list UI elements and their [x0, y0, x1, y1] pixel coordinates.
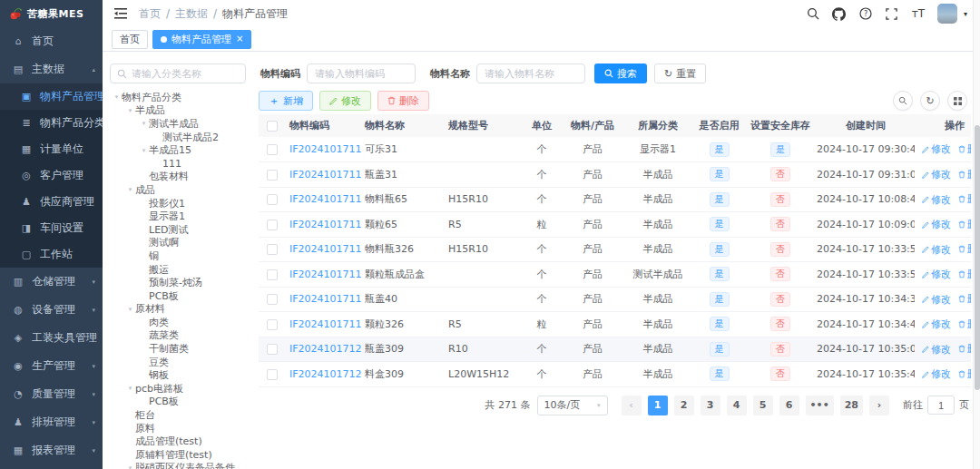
tree-node[interactable]: 钢板	[110, 368, 259, 382]
row-action-删除[interactable]: 删除	[958, 292, 971, 306]
row-checkbox[interactable]	[267, 170, 278, 181]
tree-node[interactable]: 投影仪1	[110, 197, 259, 210]
sidebar-item-车间设置[interactable]: ◨车间设置	[0, 215, 103, 241]
tree-node[interactable]: 豆类	[110, 356, 259, 369]
tree-node[interactable]: 原辅料管理(test)	[110, 448, 259, 462]
page-button[interactable]: 28	[840, 396, 863, 415]
tree-node[interactable]: ▾成品	[110, 183, 259, 197]
material-code-link[interactable]: IF20241017119	[289, 318, 361, 330]
edit-button[interactable]: 修改	[319, 91, 371, 111]
tab-active[interactable]: 物料产品管理×	[152, 30, 251, 49]
row-action-修改[interactable]: 修改	[922, 293, 951, 307]
sidebar-item-首页[interactable]: ⌂首页	[0, 27, 103, 55]
material-code-link[interactable]: IF20241017116	[289, 243, 361, 255]
goto-page-input[interactable]	[927, 396, 955, 415]
select-all-checkbox[interactable]	[267, 121, 278, 132]
tree-node[interactable]: ▾物料产品分类	[110, 91, 259, 104]
page-button[interactable]: 1	[648, 396, 668, 415]
row-action-删除[interactable]: 删除	[958, 367, 971, 381]
sidebar-item-供应商管理[interactable]: ♟供应商管理	[0, 189, 103, 215]
tree-node[interactable]: ▾原材料	[110, 303, 259, 317]
tree-node[interactable]: 成品管理(test)	[110, 435, 259, 448]
row-checkbox[interactable]	[267, 319, 278, 330]
sidebar-item-工装夹具管理[interactable]: ◈工装夹具管理▾	[0, 324, 103, 352]
sidebar-item-工作站[interactable]: ▢工作站	[0, 241, 103, 268]
sidebar-item-计量单位[interactable]: ▦计量单位	[0, 136, 103, 162]
enabled-badge[interactable]: 是	[710, 317, 730, 331]
material-code-input[interactable]	[307, 64, 416, 83]
row-checkbox[interactable]	[267, 269, 278, 280]
table-search-icon[interactable]	[893, 91, 913, 111]
row-action-删除[interactable]: 删除	[958, 342, 971, 356]
material-code-link[interactable]: IF20241017114	[289, 219, 361, 230]
row-action-修改[interactable]: 修改	[922, 218, 951, 231]
safe-stock-badge[interactable]: 否	[770, 242, 790, 257]
material-code-link[interactable]: IF20241017111	[289, 143, 361, 155]
tree-node[interactable]: LED测试	[110, 223, 259, 237]
safe-stock-badge[interactable]: 否	[770, 292, 790, 307]
sidebar-item-主数据[interactable]: ▤主数据▴	[0, 55, 103, 83]
tab-close-icon[interactable]: ×	[236, 34, 243, 44]
enabled-badge[interactable]: 是	[710, 292, 730, 307]
page-button[interactable]: 3	[701, 396, 720, 415]
sidebar-collapse-icon[interactable]	[113, 6, 128, 21]
sidebar-item-客户管理[interactable]: ◎客户管理	[0, 162, 103, 189]
tree-node[interactable]: 蔬菜类	[110, 329, 259, 343]
tree-node[interactable]: ▾脱硝西区仪表备品备件	[110, 462, 259, 469]
row-action-修改[interactable]: 修改	[922, 193, 951, 207]
add-button[interactable]: ＋新增	[259, 91, 313, 111]
scrollbar-thumb[interactable]	[975, 125, 980, 390]
row-checkbox[interactable]	[267, 144, 278, 155]
tree-node[interactable]: 肉类	[110, 316, 259, 329]
tree-node[interactable]: 预制菜-炖汤	[110, 276, 259, 289]
page-button[interactable]: 4	[727, 396, 747, 415]
font-size-icon[interactable]: тT	[911, 6, 926, 21]
enabled-badge[interactable]: 是	[710, 267, 730, 281]
page-button[interactable]: 6	[779, 396, 799, 415]
safe-stock-badge[interactable]: 否	[770, 217, 790, 231]
avatar-caret-icon[interactable]: ▾	[964, 10, 967, 18]
safe-stock-badge[interactable]: 否	[770, 192, 790, 207]
enabled-badge[interactable]: 是	[710, 142, 730, 157]
tree-node[interactable]: 111	[110, 157, 259, 171]
github-icon[interactable]	[832, 6, 847, 21]
row-action-修改[interactable]: 修改	[922, 142, 951, 156]
tree-node[interactable]: ▾半成品	[110, 104, 259, 118]
safe-stock-badge[interactable]: 否	[770, 317, 790, 331]
tree-node[interactable]: 原料	[110, 422, 259, 435]
tree-node[interactable]: 测试半成品2	[110, 131, 259, 144]
breadcrumb-item[interactable]: 物料产品管理	[222, 6, 288, 22]
row-checkbox[interactable]	[267, 294, 278, 305]
safe-stock-badge[interactable]: 否	[770, 167, 790, 181]
tree-node[interactable]: ▾测试半成品	[110, 117, 259, 131]
category-search-input[interactable]	[132, 68, 239, 79]
row-checkbox[interactable]	[267, 344, 278, 355]
material-name-input[interactable]	[476, 64, 585, 83]
safe-stock-badge[interactable]: 否	[770, 366, 790, 381]
material-code-link[interactable]: IF20241017112	[289, 169, 361, 181]
row-checkbox[interactable]	[267, 194, 278, 205]
page-button[interactable]: 5	[753, 396, 773, 415]
enabled-badge[interactable]: 是	[710, 366, 730, 381]
row-action-修改[interactable]: 修改	[922, 318, 951, 331]
row-action-修改[interactable]: 修改	[922, 367, 951, 381]
row-action-删除[interactable]: 删除	[958, 168, 971, 181]
search-button[interactable]: 搜索	[594, 64, 647, 83]
sidebar-item-设备管理[interactable]: ◍设备管理▾	[0, 296, 103, 324]
sidebar-item-排班管理[interactable]: ♟排班管理▾	[0, 408, 103, 436]
sidebar-item-质量管理[interactable]: ◔质量管理▾	[0, 380, 103, 408]
page-button[interactable]: 2	[674, 396, 694, 415]
row-action-删除[interactable]: 删除	[958, 192, 971, 206]
next-page-button[interactable]: ›	[869, 396, 889, 415]
app-logo[interactable]: 苦糖果MES	[0, 0, 103, 27]
enabled-badge[interactable]: 是	[710, 342, 730, 357]
row-action-修改[interactable]: 修改	[922, 243, 951, 257]
row-action-删除[interactable]: 删除	[958, 142, 971, 156]
avatar[interactable]	[937, 4, 957, 24]
row-checkbox[interactable]	[267, 369, 278, 380]
row-action-删除[interactable]: 删除	[958, 242, 971, 256]
page-size-select[interactable]: 10条/页▾	[537, 396, 608, 415]
tab-item[interactable]: 首页	[112, 30, 148, 49]
table-columns-icon[interactable]	[947, 91, 967, 111]
row-checkbox[interactable]	[267, 244, 278, 255]
